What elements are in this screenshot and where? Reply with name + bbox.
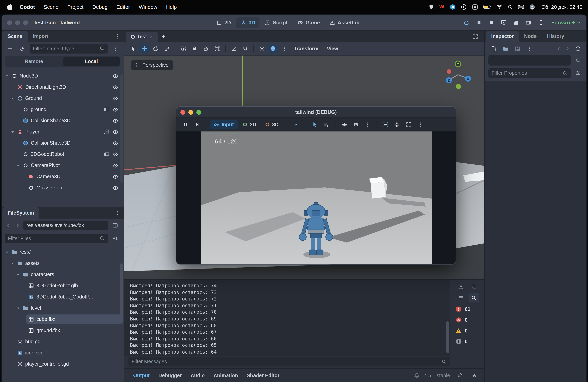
eye-icon[interactable]	[112, 162, 118, 169]
object-options-button[interactable]	[573, 56, 583, 65]
embed-options-dropdown[interactable]	[290, 120, 302, 129]
tab-import[interactable]: Import	[28, 31, 54, 42]
filesystem-scrollbar[interactable]	[120, 263, 123, 323]
remote-deploy-button[interactable]	[536, 18, 546, 27]
collapse-arrow-icon[interactable]	[4, 250, 10, 254]
eye-icon[interactable]	[112, 84, 118, 90]
pin-bottom-panel-button[interactable]	[454, 371, 465, 380]
remote-tab[interactable]: Remote	[6, 57, 62, 66]
menu-project[interactable]: Project	[63, 4, 88, 10]
menu-scene[interactable]: Scene	[39, 4, 63, 10]
bottom-tab-debugger[interactable]: Debugger	[154, 371, 186, 380]
close-window-button[interactable]	[7, 20, 12, 25]
instantiate-scene-button[interactable]	[17, 44, 28, 53]
collapse-arrow-icon[interactable]	[4, 74, 10, 78]
eye-icon[interactable]	[112, 129, 118, 135]
fs-item-characters[interactable]: characters	[1, 269, 124, 280]
scene-node-3dgodotrobot[interactable]: 3DGodotRobot	[1, 149, 124, 160]
movie-writer-button[interactable]	[511, 18, 521, 27]
camera-2d-button[interactable]: 2D	[239, 120, 260, 129]
fs-item-player-controller-gd[interactable]: player_controller.gd	[1, 358, 124, 370]
environment-preview-button[interactable]	[268, 43, 278, 54]
resource-picker[interactable]	[488, 55, 571, 66]
unlock-node-button[interactable]	[200, 43, 211, 54]
control-center-icon[interactable]	[518, 4, 524, 10]
fs-split-mode-button[interactable]	[110, 220, 120, 230]
maximize-viewport-button[interactable]	[470, 32, 480, 41]
gizmo-y-negative[interactable]	[456, 84, 461, 89]
save-resource-button[interactable]	[512, 44, 523, 53]
transform-menu[interactable]: Transform	[290, 46, 322, 51]
user-avatar-icon[interactable]	[529, 4, 535, 10]
local-tab[interactable]: Local	[63, 57, 120, 66]
close-tab-icon[interactable]	[149, 35, 154, 39]
fs-path-input[interactable]	[23, 220, 108, 230]
camera-3d-button[interactable]: 3D	[261, 120, 282, 129]
reload-project-button[interactable]	[461, 18, 472, 27]
inspector-forward-button[interactable]	[564, 44, 571, 53]
scale-tool-button[interactable]	[161, 43, 172, 54]
eye-icon[interactable]	[112, 174, 118, 180]
lock-node-button[interactable]	[189, 43, 200, 54]
minimize-window-button[interactable]	[15, 20, 20, 25]
collapse-arrow-icon[interactable]	[10, 130, 15, 134]
workspace-tab-game[interactable]: Game	[293, 17, 324, 28]
inspector-history-button[interactable]	[573, 44, 583, 53]
scene-node-camera3d[interactable]: Camera3D	[1, 171, 124, 182]
scene-node-directionallight3d[interactable]: DirectionalLight3D	[1, 81, 124, 93]
collapse-arrow-icon[interactable]	[15, 163, 21, 168]
scene-tab-test[interactable]: test	[126, 32, 158, 42]
fs-item-3dgodotrobot-godotp[interactable]: 3DGodotRobot_GodotP...	[1, 291, 124, 303]
red-app-icon[interactable]: W	[439, 4, 444, 10]
scene-tree-menu-button[interactable]	[110, 44, 120, 53]
errors-count-badge[interactable]: 0	[456, 314, 479, 325]
bottom-tab-output[interactable]: Output	[129, 371, 154, 380]
perspective-menu[interactable]: Perspective	[131, 60, 173, 70]
tab-history[interactable]: History	[542, 31, 569, 42]
stop-game-button[interactable]	[486, 18, 496, 27]
fs-item-level[interactable]: level	[1, 303, 124, 314]
debug-audio-button[interactable]	[339, 120, 349, 129]
gizmo-x-negative[interactable]	[447, 69, 451, 74]
scene-node-muzzlepoint[interactable]: MuzzlePoint	[1, 182, 124, 193]
eye-icon[interactable]	[112, 140, 118, 146]
eye-icon[interactable]	[112, 185, 118, 191]
eye-icon[interactable]	[112, 118, 118, 124]
fullscreen-view-button[interactable]	[403, 120, 414, 129]
property-filter-button[interactable]	[573, 68, 583, 78]
workspace-tab-2d[interactable]: 2D	[212, 17, 235, 28]
scene-filter-field[interactable]	[33, 46, 97, 51]
eye-icon[interactable]	[112, 73, 118, 79]
debug-more-button[interactable]	[415, 120, 425, 129]
workspace-tab-script[interactable]: Script	[260, 17, 292, 28]
scene-node-collisionshape3d[interactable]: CollisionShape3D	[1, 115, 124, 126]
scene-node-collisionshape3d[interactable]: CollisionShape3D	[1, 137, 124, 149]
bottom-tab-animation[interactable]: Animation	[210, 371, 242, 380]
fs-item-assets[interactable]: assets	[1, 258, 124, 269]
eye-icon[interactable]	[112, 151, 118, 157]
fs-forward-button[interactable]	[14, 220, 21, 230]
snap-toggle-button[interactable]	[240, 43, 251, 54]
menu-help[interactable]: Help	[162, 4, 181, 10]
tab-filesystem[interactable]: FileSystem	[2, 207, 39, 219]
tab-inspector[interactable]: Inspector	[486, 31, 519, 42]
notifications-bell-icon[interactable]	[414, 373, 420, 378]
debug-next-frame-button[interactable]	[192, 120, 202, 129]
zoom-window-button[interactable]	[196, 110, 201, 115]
inspector-back-button[interactable]	[555, 44, 562, 53]
filesystem-dock-menu-button[interactable]	[113, 208, 122, 218]
menu-window[interactable]: Window	[134, 4, 162, 10]
scene-node-node3d[interactable]: Node3D	[1, 70, 124, 81]
scene-tree-scrollbar[interactable]	[120, 75, 123, 183]
play-scene-button[interactable]	[498, 18, 509, 27]
bottom-tab-audio[interactable]: Audio	[187, 371, 209, 380]
collapse-arrow-icon[interactable]	[10, 96, 15, 100]
add-node-button[interactable]	[5, 44, 15, 53]
menu-godot[interactable]: Godot	[15, 4, 39, 10]
debug-options-button[interactable]	[362, 120, 373, 129]
debug-joypad-button[interactable]	[351, 120, 361, 129]
scene-filter-input[interactable]	[30, 44, 108, 53]
pause-game-button[interactable]	[474, 18, 484, 27]
filter-properties-input[interactable]	[488, 68, 571, 78]
input-source-icon[interactable]	[472, 4, 478, 10]
